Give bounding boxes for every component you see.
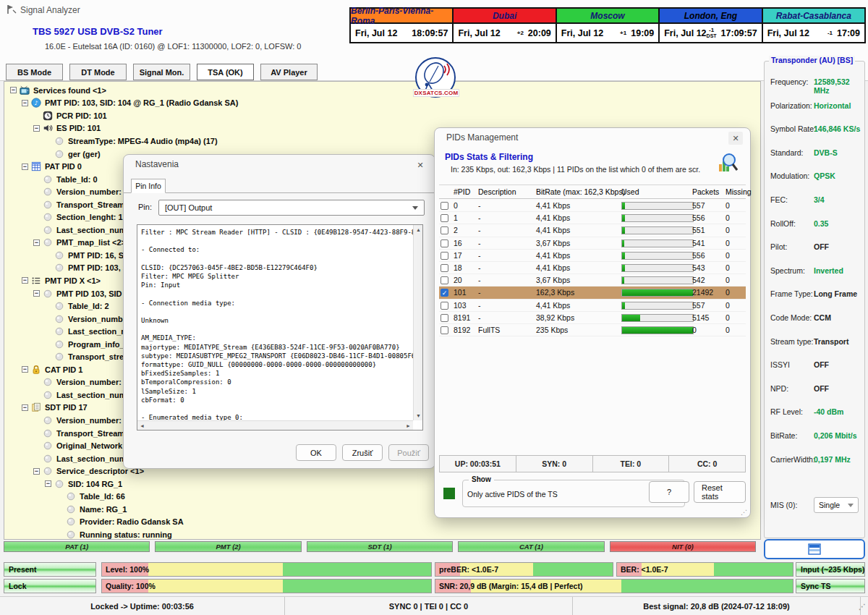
tree-expander-icon[interactable]: − [22, 164, 28, 170]
used-bar-fill [622, 302, 625, 309]
pid-checkbox[interactable] [441, 276, 448, 284]
cancel-button[interactable]: Zrušiť [342, 444, 383, 461]
tree-expander-icon[interactable]: − [33, 239, 40, 246]
pid-value: 18 [454, 263, 462, 272]
pid-row[interactable]: 8191-38,92 Kbps51450 [439, 312, 746, 324]
tree-expander-icon[interactable]: − [22, 366, 28, 373]
column-header[interactable]: #PID [454, 187, 470, 196]
pid-row[interactable]: 0-4,41 Kbps5570 [439, 200, 746, 212]
sphere-icon [43, 212, 54, 222]
tree-expander-icon[interactable]: − [45, 480, 51, 487]
column-header[interactable]: BitRate (max: 162,3 Kbps) [536, 187, 625, 196]
tree-item[interactable]: Running status: running [4, 528, 760, 540]
status-uptime: Locked -> Uptime: 00:03:56 [0, 597, 285, 615]
pid-row[interactable]: 16-3,67 Kbps5410 [439, 237, 746, 250]
tree-item-label: Running status: running [80, 530, 172, 539]
pid-bitrate: 235 Kbps [536, 326, 568, 334]
vertical-scrollbar[interactable]: ▲ ▼ [413, 225, 422, 420]
used-bar-fill [622, 253, 625, 259]
mis-select[interactable]: Single [814, 497, 859, 513]
tree-item-label: PCR PID: 101 [56, 111, 107, 120]
tree-expander-icon[interactable]: − [22, 404, 28, 411]
pid-checkbox[interactable] [441, 264, 448, 272]
ok-button[interactable]: OK [296, 444, 336, 461]
used-bar [621, 276, 694, 284]
used-bar [621, 302, 694, 310]
pid-checkbox[interactable]: ✓ [441, 289, 448, 297]
resize-grip[interactable]: ⋰ [859, 603, 866, 611]
search-stats-icon[interactable] [717, 151, 739, 174]
resize-grip[interactable]: ⋰ [741, 509, 747, 516]
sphere-icon [54, 136, 65, 146]
scroll-right-icon[interactable]: ► [404, 421, 413, 430]
clock-time: 19:09 [631, 28, 654, 38]
pid-description: - [478, 226, 481, 234]
pid-checkbox[interactable] [441, 252, 448, 260]
tree-expander-icon[interactable]: − [22, 277, 28, 284]
pid-checkbox[interactable] [441, 326, 448, 334]
pid-bitrate: 3,67 Kbps [536, 276, 570, 284]
tree-expander-icon[interactable]: − [10, 87, 17, 93]
tree-expander-icon[interactable]: − [33, 468, 40, 475]
help-button[interactable]: ? [649, 481, 689, 503]
pid-row[interactable]: 2-4,41 Kbps5510 [439, 224, 746, 237]
tree-item[interactable]: −Services found <1> [4, 84, 760, 97]
close-icon[interactable]: ✕ [413, 158, 427, 171]
tab-signal-mon[interactable]: Signal Mon. [133, 64, 190, 80]
pid-row[interactable]: ✓101-162,3 Kbps214920 [439, 287, 746, 299]
tree-expander-icon[interactable]: − [22, 100, 28, 106]
tree-expander-icon[interactable]: − [33, 290, 40, 297]
tab-dt-mode[interactable]: DT Mode [69, 64, 127, 80]
pids-table-header[interactable]: #PIDDescriptionBitRate (max: 162,3 Kbps)… [439, 184, 746, 199]
tab-strip-divider [124, 192, 436, 193]
pid-checkbox[interactable] [441, 302, 448, 310]
tree-expander-icon[interactable]: − [33, 125, 40, 132]
pid-checkbox[interactable] [441, 239, 448, 247]
pid-row[interactable]: 1-4,41 Kbps5560 [439, 212, 746, 224]
pid-checkbox[interactable] [441, 314, 448, 322]
column-header[interactable]: Description [478, 187, 516, 196]
tab-av-player[interactable]: AV Player [260, 64, 318, 80]
column-header[interactable]: Missing [726, 187, 752, 196]
column-header[interactable]: Used [621, 187, 639, 196]
ts-table-bars: PAT (1)PMT (2)SDT (1)CAT (1)NIT (0) [4, 541, 756, 552]
sphere-icon [54, 479, 65, 489]
scroll-left-icon[interactable]: ◄ [137, 421, 147, 430]
close-icon[interactable]: ✕ [728, 132, 743, 145]
tab-pin-info[interactable]: Pin Info [131, 179, 166, 193]
reset-stats-button[interactable]: Reset stats [694, 481, 746, 503]
quality-meter: Quality: 100% [101, 579, 432, 593]
tree-item[interactable]: PCR PID: 101 [4, 109, 760, 122]
tab-bs-mode[interactable]: BS Mode [6, 64, 63, 80]
tree-item-label: CAT PID 1 [45, 365, 82, 374]
input-indicator: Input (~235 Kbps) [796, 562, 865, 577]
scroll-down-icon[interactable]: ▼ [414, 411, 423, 420]
show-filter-select[interactable]: Only active PIDS of the TS [467, 486, 678, 502]
tab-tsa-ok[interactable]: TSA (OK) [197, 64, 254, 80]
pid-missing: 0 [726, 201, 730, 210]
apply-button[interactable]: Použiť [388, 444, 429, 461]
pid-row[interactable]: 17-4,41 Kbps5560 [439, 250, 746, 262]
sphere-icon [43, 390, 54, 400]
doc-icon [31, 402, 42, 412]
pid-checkbox[interactable] [441, 214, 448, 222]
pid-bitrate: 4,41 Kbps [536, 251, 570, 260]
pid-row[interactable]: 8192FullTS235 Kbps00 [439, 324, 746, 336]
scroll-up-icon[interactable]: ▲ [414, 225, 423, 234]
transponder-row: CarrierWidth:0,197 MHz [765, 449, 864, 473]
ts-record-button[interactable] [764, 539, 865, 559]
pid-checkbox[interactable] [441, 226, 448, 234]
pin-select[interactable]: [OUT] Output [158, 200, 425, 216]
column-header[interactable]: Packets [692, 187, 719, 196]
horizontal-scrollbar[interactable]: ◄ ► [137, 420, 413, 430]
tree-item[interactable]: −♪PMT PID: 103, SID: 104 @ RG_1 (Radio G… [4, 97, 760, 110]
pid-checkbox[interactable] [441, 202, 448, 210]
transponder-row: Frame Type:Long Frame [765, 284, 864, 308]
tree-item-label: StreamType: MPEG-4 Audio (mp4a) (17) [68, 137, 218, 145]
pid-description: - [478, 263, 481, 272]
tree-item-label: Services found <1> [33, 86, 106, 95]
pid-row[interactable]: 20-3,67 Kbps5420 [439, 274, 746, 287]
pid-row[interactable]: 103-4,41 Kbps5570 [439, 300, 746, 312]
pid-row[interactable]: 18-4,41 Kbps5430 [439, 262, 746, 274]
pin-info-console[interactable]: Filter : MPC Stream Reader [HTTP] - CLSI… [137, 224, 423, 430]
